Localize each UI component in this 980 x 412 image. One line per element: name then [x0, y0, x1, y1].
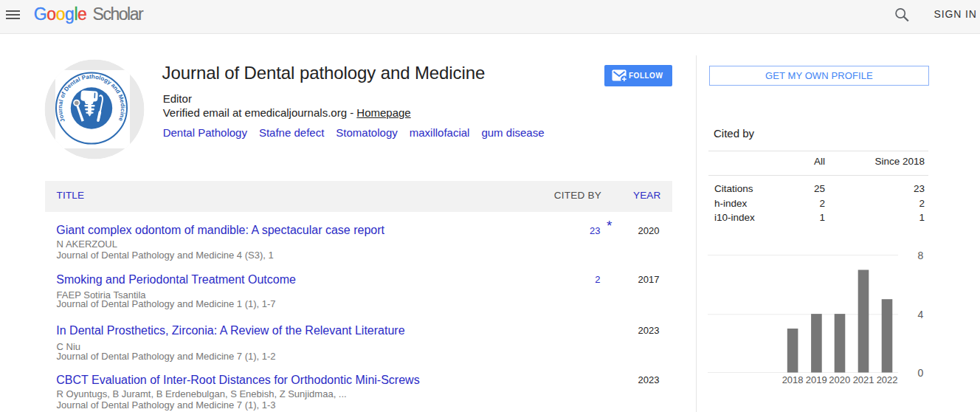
svg-text:8: 8 — [918, 251, 924, 261]
svg-text:2022: 2022 — [877, 374, 898, 385]
svg-text:4: 4 — [918, 309, 924, 320]
svg-text:2020: 2020 — [829, 374, 850, 385]
svg-text:2019: 2019 — [806, 374, 827, 385]
svg-text:2021: 2021 — [853, 374, 874, 385]
svg-text:0: 0 — [918, 367, 924, 379]
svg-text:2018: 2018 — [782, 374, 804, 385]
